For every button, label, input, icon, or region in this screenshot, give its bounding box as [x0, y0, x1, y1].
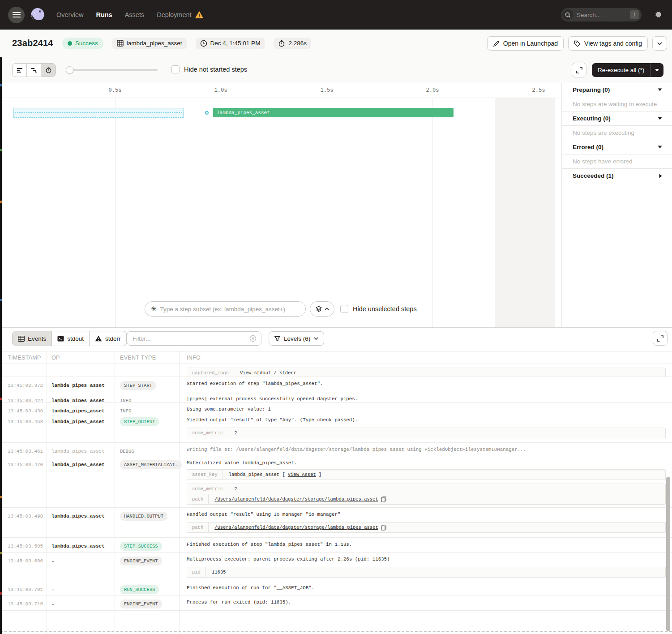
gridline	[221, 98, 221, 328]
hide-not-started-checkbox[interactable]	[171, 65, 180, 73]
view-flat-button[interactable]	[13, 64, 27, 77]
log-row[interactable]: 13:45:03.498lambda_pipes_assetHANDLED_OU…	[0, 508, 672, 538]
nav-item-runs[interactable]: Runs	[96, 11, 112, 18]
hide-unselected-checkbox[interactable]	[340, 305, 348, 313]
log-event-type: DEBUG	[120, 449, 134, 454]
axis-tick-label: 0.5s	[109, 87, 122, 94]
log-row[interactable]: captured_logsView stdout / stderr	[0, 364, 672, 377]
levels-filter-button[interactable]: Levels (6)	[269, 331, 324, 346]
log-event-type: ASSET_MATERIALIZAT…	[120, 460, 182, 469]
step-subset-input[interactable]: ✳ Type a step subset (ex: lambda_pipes_a…	[145, 301, 306, 317]
status-badge: Success	[62, 38, 103, 49]
log-timestamp: 13:45:03.498	[8, 514, 43, 519]
gridline	[432, 98, 433, 328]
caret-down-icon	[658, 117, 662, 120]
log-timestamp: 13:45:03.505	[8, 544, 43, 549]
table-bottom-dashed-edge	[0, 631, 672, 632]
sidebar-section-header[interactable]: Executing (0)	[562, 111, 672, 126]
metadata-tag: some_metric2	[187, 484, 666, 494]
tag-link[interactable]: /Users/alangenfeld/data/dagster/storage/…	[214, 497, 378, 502]
copy-path-button[interactable]	[381, 524, 386, 531]
asset-pill[interactable]: lambda_pipes_asset	[112, 38, 187, 49]
sidebar-section-body: No steps are executing	[562, 126, 672, 140]
log-scrollbar[interactable]	[666, 477, 670, 631]
waterfall-icon	[31, 68, 37, 73]
log-filter-input[interactable]: Filter...	[127, 331, 261, 346]
view-timed-button[interactable]	[41, 64, 56, 77]
clear-filter-icon[interactable]	[249, 335, 257, 342]
stderr-warning-icon	[95, 335, 102, 342]
gear-icon[interactable]	[654, 10, 662, 19]
event-log-table: TIMESTAMPOPEVENT TYPEINFO captured_logsV…	[0, 351, 672, 634]
stopwatch-icon	[278, 40, 285, 47]
gantt-plot-area: lambda_pipes_asset ✳ Type a step subset …	[0, 98, 561, 328]
nav-item-deployment[interactable]: Deployment	[157, 11, 203, 18]
log-timestamp: 13:45:03.438	[8, 408, 43, 413]
log-row[interactable]: 13:45:03.438lambda_pipes_assetINFOUsing …	[0, 403, 672, 413]
tag-icon	[574, 40, 581, 47]
header-more-button[interactable]	[652, 36, 667, 51]
log-message: Materialized value lambda_pipes_asset.	[187, 459, 666, 466]
graph-query-toggle-button[interactable]	[310, 301, 334, 317]
metadata-tag: path/Users/alangenfeld/data/dagster/stor…	[187, 494, 666, 505]
gantt-chart: 0.5s1.0s1.5s2.0s2.5s lambda_pipes_asset …	[0, 83, 561, 327]
dagster-logo[interactable]	[29, 6, 47, 24]
log-row[interactable]: 13:45:03.505lambda_pipes_assetSTEP_SUCCE…	[0, 538, 672, 553]
log-row[interactable]: 13:45:03.461lambda_pipes_assetDEBUGWriti…	[0, 443, 672, 456]
open-in-launchpad-button[interactable]: Open in Launchpad	[487, 36, 564, 51]
nav-item-overview[interactable]: Overview	[56, 11, 83, 18]
log-message: Yielded output "result" of type "Any". (…	[187, 416, 666, 423]
gantt-step-bar[interactable]: lambda_pipes_asset	[213, 108, 454, 117]
log-row[interactable]: 13:45:03.716-ENGINE_EVENTProcess for run…	[0, 595, 672, 611]
tab-stdout[interactable]: stdout	[52, 331, 90, 346]
log-op: lambda_pipes_asset	[51, 544, 105, 549]
tag-value: 11635	[206, 567, 232, 577]
log-row[interactable]: 13:45:03.424lambda_pipes_assetINFO[pipes…	[0, 392, 672, 403]
step-subset-placeholder: Type a step subset (ex: lambda_pipes_ass…	[160, 306, 286, 313]
zoom-slider-knob[interactable]	[66, 66, 73, 74]
run-id: 23ab2414	[12, 38, 53, 48]
caret-right-icon	[659, 174, 662, 178]
log-row[interactable]: 13:45:03.701-RUN_SUCCESSFinished executi…	[0, 581, 672, 595]
search-placeholder: Search...	[577, 12, 630, 18]
sidebar-section-header[interactable]: Errored (0)	[562, 140, 672, 154]
log-row[interactable]: 13:45:03.453lambda_pipes_assetSTEP_OUTPU…	[0, 413, 672, 443]
log-event-type: ENGINE_EVENT	[120, 600, 162, 608]
sidebar-section-header[interactable]: Succeeded (1)	[562, 169, 672, 183]
view-waterfall-button[interactable]	[27, 64, 41, 77]
gantt-overflow-zone	[495, 98, 555, 328]
tag-link[interactable]: /Users/alangenfeld/data/dagster/storage/…	[214, 525, 378, 530]
duration-pill: 2.286s	[274, 38, 311, 49]
reexecute-all-button[interactable]: Re-execute all (*)	[592, 67, 650, 73]
menu-button[interactable]	[8, 7, 25, 23]
log-column-header: OP	[47, 351, 115, 364]
sidebar-section-header[interactable]: Preparing (0)	[562, 83, 672, 97]
gantt-fullscreen-button[interactable]	[572, 63, 586, 77]
screen-edge-artifact	[0, 57, 2, 634]
tag-link[interactable]: View Asset	[288, 472, 316, 477]
log-message: Multiprocess executor: parent process ex…	[187, 556, 666, 562]
logs-fullscreen-button[interactable]	[653, 331, 668, 346]
tag-label: some_metric	[187, 484, 228, 494]
search-icon	[562, 9, 573, 20]
copy-path-button[interactable]	[381, 496, 386, 502]
steps-sidebar: Preparing (0)No steps are waiting to exe…	[561, 83, 672, 327]
log-event-type: ENGINE_EVENT	[120, 557, 162, 565]
nav-item-assets[interactable]: Assets	[125, 11, 145, 18]
tab-events[interactable]: Events	[13, 331, 52, 346]
log-row[interactable]: 13:45:02.372lambda_pipes_assetSTEP_START…	[0, 377, 672, 392]
datetime-pill: Dec 4, 1:45:01 PM	[196, 38, 265, 49]
view-tags-config-button[interactable]: View tags and config	[568, 36, 648, 51]
tab-stderr[interactable]: stderr	[90, 331, 126, 346]
log-row[interactable]: 13:45:03.470lambda_pipes_assetASSET_MATE…	[0, 456, 672, 508]
tag-label: pid	[187, 567, 206, 577]
log-row[interactable]: 13:45:03.696-ENGINE_EVENTMultiprocess ex…	[0, 553, 672, 581]
chevron-down-icon	[657, 42, 662, 45]
metadata-tag: pid11635	[187, 567, 666, 578]
metadata-tag: some_metric2	[187, 428, 666, 438]
zoom-slider-track[interactable]	[66, 69, 158, 71]
reexecute-options-button[interactable]	[651, 69, 663, 72]
search-input[interactable]: Search... /	[561, 8, 642, 21]
log-op: lambda_pipes_asset	[51, 383, 105, 388]
tag-value: lambda_pipes_asset [View Asset]	[223, 470, 327, 480]
